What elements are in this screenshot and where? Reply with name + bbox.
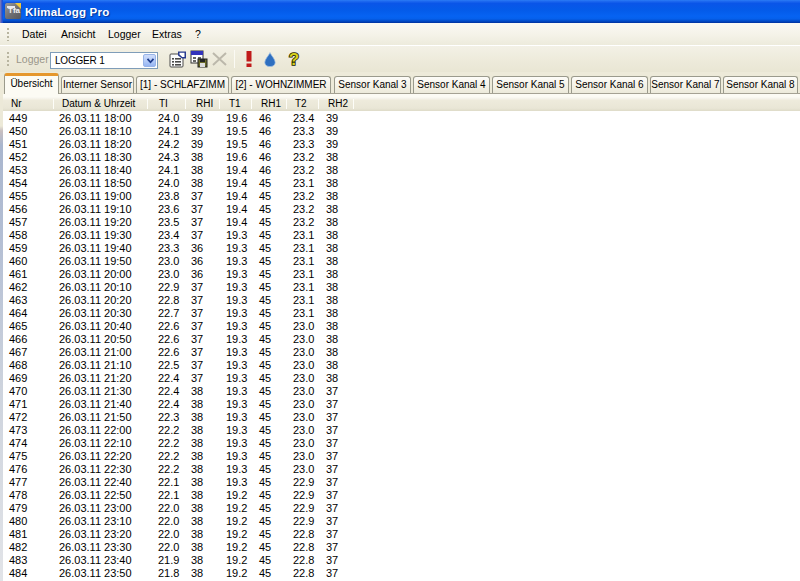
svg-text:?: ? xyxy=(289,51,299,68)
